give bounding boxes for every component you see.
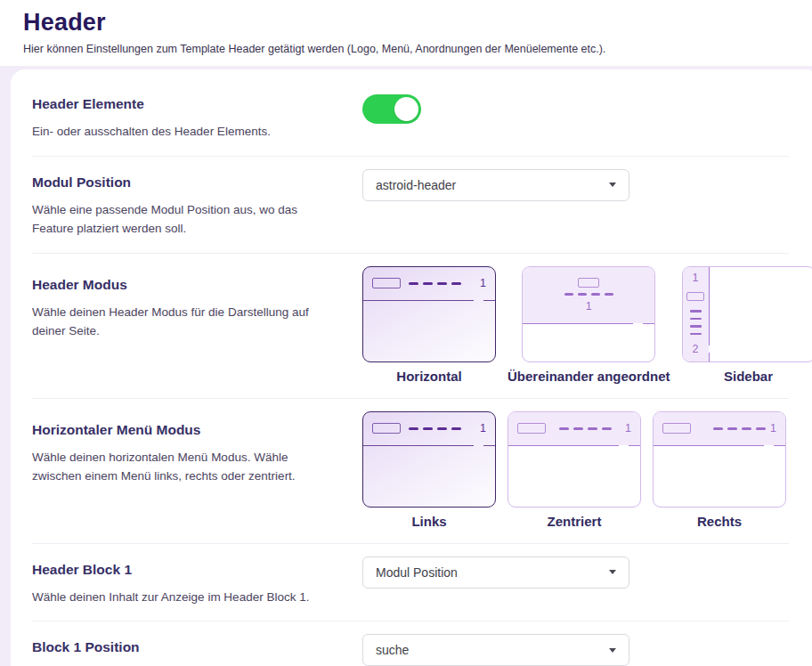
menu-dashes [409, 282, 461, 285]
logo-placeholder [578, 278, 599, 288]
header-modus-option-stacked[interactable]: 1 [522, 266, 655, 362]
menue-modus-option-zentriert[interactable]: 1 [508, 411, 641, 508]
settings-card: Header Elemente Ein- oder ausschalten de… [11, 69, 812, 666]
menu-dashes [546, 427, 625, 430]
logo-placeholder [517, 423, 546, 434]
option-caption: Übereinander angeordnet [508, 369, 670, 384]
row-header-modus: Header Modus Wähle deinen Header Modus f… [32, 254, 789, 399]
menu-dashes [713, 427, 766, 430]
position-badge: 1 [480, 278, 486, 289]
menue-modus-options: 1 Links 1 [362, 411, 789, 529]
position-badge: 1 [770, 423, 776, 435]
chevron-down-icon [609, 648, 616, 653]
menue-modus-option-links[interactable]: 1 [362, 411, 496, 508]
field-desc-header-modus: Wähle deinen Header Modus für die Darste… [32, 303, 336, 341]
menu-dashes-vertical [690, 310, 702, 335]
chevron-down-icon [609, 570, 616, 574]
page-header: Header Hier können Einstellungen zum Tem… [0, 0, 812, 66]
position-badge: 1 [480, 423, 486, 435]
field-label-header-elemente: Header Elemente [32, 96, 336, 112]
modul-position-select[interactable]: astroid-header [362, 169, 629, 201]
position-badge-bottom: 2 [693, 344, 699, 355]
header-modus-option-sidebar[interactable]: 1 2 [682, 266, 812, 362]
header-block-1-select-value: Modul Position [376, 565, 458, 580]
position-badge-top: 1 [693, 272, 699, 284]
option-caption: Rechts [697, 514, 742, 529]
page-subtitle: Hier können Einstellungen zum Template H… [23, 43, 787, 55]
menue-modus-option-rechts[interactable]: 1 [653, 411, 786, 508]
field-desc-header-block-1: Wähle deinen Inhalt zur Anzeige im Heade… [32, 588, 336, 607]
page-title: Header [23, 9, 787, 37]
modul-position-select-value: astroid-header [376, 178, 456, 192]
header-elemente-toggle[interactable] [362, 94, 421, 124]
field-desc-menue-modus: Wähle deinen horizontalen Menü Modus. Wä… [32, 448, 336, 486]
row-block-1-position: Block 1 Position Wähle eine Position für… [32, 621, 789, 666]
toggle-knob [394, 97, 418, 121]
header-modus-option-horizontal[interactable]: 1 [362, 266, 496, 362]
field-desc-modul-position: Wähle eine passende Modul Position aus, … [32, 200, 336, 239]
block-1-position-select[interactable]: suche [362, 634, 629, 666]
header-block-1-select[interactable]: Modul Position [362, 556, 629, 589]
logo-placeholder [372, 423, 401, 434]
chevron-down-icon [609, 183, 616, 187]
row-menue-modus: Horizontaler Menü Modus Wähle deinen hor… [32, 399, 789, 544]
logo-placeholder [662, 423, 691, 434]
row-header-elemente: Header Elemente Ein- oder ausschalten de… [32, 78, 789, 157]
menu-dashes [409, 427, 461, 430]
block-1-position-select-value: suche [376, 643, 409, 657]
option-caption: Horizontal [396, 369, 461, 384]
option-caption: Links [411, 514, 446, 529]
field-label-menue-modus: Horizontaler Menü Modus [32, 422, 336, 438]
option-caption: Zentriert [548, 514, 602, 529]
position-badge: 1 [625, 423, 631, 435]
logo-placeholder [372, 278, 401, 288]
field-label-block-1-position: Block 1 Position [32, 639, 336, 655]
row-modul-position: Modul Position Wähle eine passende Modul… [32, 157, 789, 254]
content-area: Header Elemente Ein- oder ausschalten de… [0, 66, 812, 666]
field-label-header-block-1: Header Block 1 [32, 562, 336, 578]
field-label-header-modus: Header Modus [32, 277, 336, 293]
field-label-modul-position: Modul Position [32, 175, 336, 191]
header-modus-options: 1 Horizontal 1 [362, 266, 812, 384]
row-header-block-1: Header Block 1 Wähle deinen Inhalt zur A… [32, 544, 789, 622]
option-caption: Sidebar [724, 369, 773, 384]
field-desc-header-elemente: Ein- oder ausschalten des Header Element… [32, 122, 336, 142]
menu-dashes [564, 293, 613, 296]
position-badge: 1 [586, 301, 592, 313]
logo-placeholder [686, 292, 704, 301]
